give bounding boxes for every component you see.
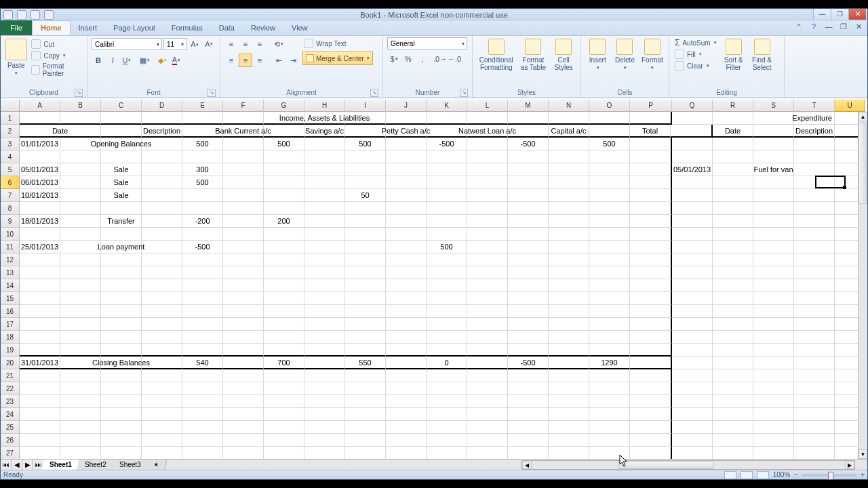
paste-button[interactable]: Paste ▾ [5,37,27,76]
font-color-button[interactable]: A▾ [170,54,183,67]
grow-font-icon[interactable]: A▴ [188,37,201,51]
vertical-scrollbar[interactable]: ▲ ▼ [858,112,867,459]
percent-format-icon[interactable]: % [401,52,415,66]
cell-styles-button[interactable]: Cell Styles [551,37,576,71]
align-center-icon[interactable]: ≡ [239,54,252,67]
zoom-out-icon[interactable]: − [794,471,798,479]
horizontal-scrollbar[interactable]: ◀ ▶ [521,460,855,470]
border-button[interactable]: ▦▾ [138,54,151,67]
cells-area[interactable]: Income, Assets & LiabilitiesExpenditureD… [20,112,867,459]
font-size-combo[interactable]: 11 [163,38,186,50]
group-cells: Insert▾ Delete▾ Format▾ Cells [581,36,669,98]
group-editing: ΣAutoSum▾ Fill▾ Clear▾ Sort & Filter Fin… [669,36,785,98]
format-as-table-button[interactable]: Format as Table [519,37,549,71]
decrease-indent-icon[interactable]: ⇤ [272,54,285,67]
sheet-tab-2[interactable]: Sheet2 [77,460,115,470]
insert-cells-button[interactable]: Insert▾ [585,37,610,70]
decrease-decimal-icon[interactable]: ←.0 [448,52,461,66]
number-format-combo[interactable]: General [387,37,467,49]
maximize-button[interactable]: ❐ [831,9,848,20]
number-dialog-icon[interactable]: ↘ [460,89,468,97]
bold-button[interactable]: B [92,54,105,67]
tab-home[interactable]: Home [32,20,71,35]
align-bottom-icon[interactable]: ≡ [253,37,267,51]
page-break-view-icon[interactable] [757,471,769,479]
format-cells-button[interactable]: Format▾ [640,37,665,70]
quick-access-toolbar [3,10,54,20]
tab-data[interactable]: Data [211,20,243,35]
sort-filter-button[interactable]: Sort & Filter [721,37,747,71]
align-right-icon[interactable]: ≡ [253,54,267,67]
cut-button[interactable]: Cut [30,39,83,49]
tab-formulas[interactable]: Formulas [163,20,211,35]
column-headers[interactable]: ABCDEFGHIJKLMNOPQRSTU [20,100,865,112]
merge-center-button[interactable]: Merge & Center▾ [302,52,373,65]
clipboard-dialog-icon[interactable]: ↘ [75,89,83,97]
row-headers[interactable]: 1234567891011121314151617181920212223242… [1,112,20,459]
sheet-nav-first-icon[interactable]: ⏮ [1,460,12,470]
fill-color-button[interactable]: ◆▾ [155,54,169,67]
scroll-down-icon[interactable]: ▼ [859,449,867,459]
tab-file[interactable]: File [1,20,32,35]
sheet-tab-1[interactable]: Sheet1 [41,460,80,470]
align-middle-icon[interactable]: ≡ [239,37,252,51]
align-top-icon[interactable]: ≡ [224,37,238,51]
wrap-text-button[interactable]: Wrap Text [302,38,373,49]
underline-button[interactable]: U▾ [120,54,134,67]
scissors-icon [31,39,41,49]
select-all-corner[interactable] [1,100,20,112]
orientation-icon[interactable]: ⟲▾ [272,37,285,51]
autosum-button[interactable]: ΣAutoSum▾ [673,37,718,48]
sheet-tab-3[interactable]: Sheet3 [111,460,149,470]
group-number: General $▾ % , .0→ ←.0 Number↘ [383,36,473,98]
scroll-up-icon[interactable]: ▲ [859,112,867,121]
minimize-ribbon-icon[interactable]: ^ [794,22,804,31]
font-dialog-icon[interactable]: ↘ [208,89,216,97]
tab-review[interactable]: Review [243,20,283,35]
page-layout-view-icon[interactable] [741,471,753,479]
vscroll-thumb[interactable] [859,123,867,204]
copy-icon [31,51,41,60]
close-button[interactable]: ✕ [848,9,866,20]
sheet-nav-next-icon[interactable]: ▶ [22,460,33,470]
fill-button[interactable]: Fill▾ [673,49,718,60]
minimize-button[interactable]: — [813,9,831,20]
alignment-dialog-icon[interactable]: ↘ [370,89,378,97]
hscroll-thumb[interactable] [618,461,713,469]
align-left-icon[interactable]: ≡ [224,54,238,67]
accounting-format-icon[interactable]: $▾ [387,52,401,66]
zoom-level[interactable]: 100% [773,471,791,479]
font-name-combo[interactable]: Calibri [92,38,162,50]
copy-button[interactable]: Copy▾ [30,50,83,61]
find-select-button[interactable]: Find & Select [749,37,775,71]
italic-button[interactable]: I [106,54,119,67]
help-icon[interactable]: ? [809,22,818,31]
increase-indent-icon[interactable]: ⇥ [286,54,300,67]
save-icon[interactable] [17,10,26,20]
tab-view[interactable]: View [283,20,316,35]
scroll-left-icon[interactable]: ◀ [522,461,532,469]
redo-icon[interactable] [44,10,54,20]
clear-button[interactable]: Clear▾ [673,60,718,71]
shrink-font-icon[interactable]: A▾ [202,37,216,51]
scroll-right-icon[interactable]: ▶ [845,461,854,469]
format-painter-button[interactable]: Format Painter [30,62,83,78]
fill-icon [675,49,684,59]
zoom-slider[interactable] [802,474,856,476]
delete-cells-button[interactable]: Delete▾ [612,37,637,70]
tab-insert[interactable]: Insert [71,20,106,35]
zoom-in-icon[interactable]: + [861,471,865,479]
undo-icon[interactable] [31,10,40,20]
increase-decimal-icon[interactable]: .0→ [433,52,447,66]
new-sheet-button[interactable]: ✶ [146,460,167,470]
status-bar: Ready 100% − + [1,470,867,479]
comma-format-icon[interactable]: , [416,52,429,66]
worksheet-grid[interactable]: ABCDEFGHIJKLMNOPQRSTU 123456789101112131… [1,100,867,459]
normal-view-icon[interactable] [724,471,736,479]
window-close-sheet-icon[interactable]: ✕ [854,22,863,31]
tab-pagelayout[interactable]: Page Layout [105,20,163,35]
window-restore-sheet-icon[interactable]: — [824,22,833,31]
sheet-nav-prev-icon[interactable]: ◀ [12,460,22,470]
conditional-formatting-button[interactable]: Conditional Formatting [477,37,516,71]
window-max-sheet-icon[interactable]: ❐ [839,22,848,31]
